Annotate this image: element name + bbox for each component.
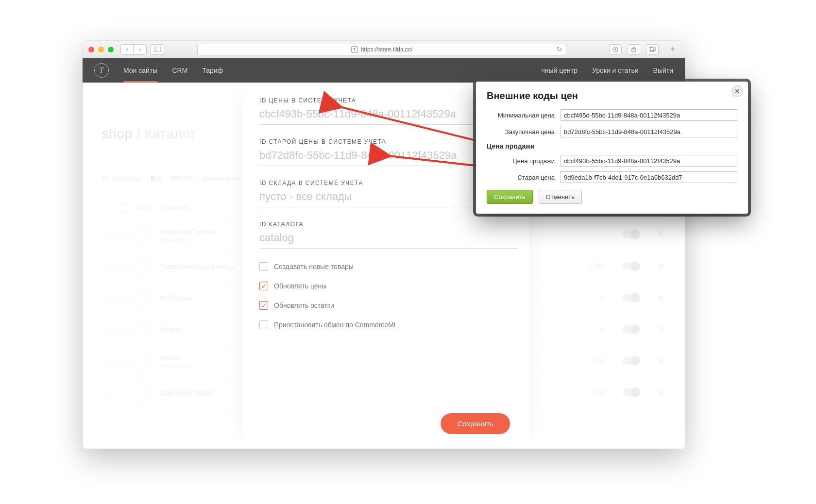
row-checkbox[interactable]	[117, 262, 124, 270]
product-price: 238	[575, 357, 604, 365]
visibility-toggle[interactable]	[623, 388, 639, 396]
nav-lessons[interactable]: Уроки и статьи	[592, 67, 639, 74]
back-button[interactable]: ‹	[121, 45, 134, 54]
url-bar[interactable]: T https://store.tilda.cc/ ↻	[197, 44, 566, 55]
cb-update-prices-row[interactable]: ✓ Обновлять цены	[259, 282, 518, 290]
drag-handle-icon[interactable]: ⋮⋮	[102, 326, 108, 333]
sale-price-header: Цена продажи	[487, 142, 535, 150]
window-controls	[88, 47, 114, 52]
row-checkbox[interactable]	[117, 357, 124, 365]
cb-create-row[interactable]: ✓ Создавать новые товары	[259, 262, 518, 271]
drag-handle-icon[interactable]: ⋮⋮	[102, 357, 108, 364]
filter-label: По разделам:	[102, 175, 142, 182]
visibility-toggle[interactable]	[623, 325, 639, 333]
min-price-input[interactable]	[561, 109, 737, 121]
sale-price-input[interactable]	[561, 155, 737, 167]
filters-row: По разделам: Все FRUITS Дочерняя гру	[102, 175, 241, 182]
visibility-toggle[interactable]	[623, 231, 639, 238]
product-price: 100	[575, 388, 604, 396]
product-price: ∞	[575, 294, 604, 302]
site-settings-icon[interactable]: T	[351, 46, 358, 53]
visibility-toggle[interactable]	[623, 294, 639, 302]
cb-pause-row[interactable]: ✓ Приостановить обмен по CommerceML	[259, 320, 518, 329]
new-tab-button[interactable]: +	[666, 43, 679, 56]
nav-my-sites[interactable]: Мои сайты	[123, 67, 157, 83]
product-price: ∞	[575, 325, 604, 333]
trash-icon[interactable]: 🗑	[658, 357, 665, 365]
product-thumb	[133, 226, 151, 243]
svg-rect-5	[650, 47, 655, 50]
close-icon[interactable]: ✕	[731, 85, 743, 97]
crumb-shop[interactable]: shop	[102, 126, 133, 141]
reload-icon[interactable]: ↻	[557, 46, 562, 53]
old-price-input[interactable]	[561, 171, 737, 183]
select-all-checkbox[interactable]	[119, 204, 127, 212]
nav-help-center[interactable]: чный центр	[542, 67, 578, 74]
maximize-window-icon[interactable]	[108, 47, 114, 52]
filter-all[interactable]: Все	[151, 175, 161, 182]
product-thumb	[133, 384, 151, 401]
popup-save-button[interactable]: Сохранить	[487, 190, 533, 204]
old-price-label: Старая цена	[487, 174, 555, 181]
svg-rect-4	[649, 48, 654, 51]
url-text: https://store.tilda.cc/	[361, 46, 413, 53]
trash-icon[interactable]: 🗑	[658, 231, 665, 238]
share-icon[interactable]	[628, 44, 640, 55]
close-window-icon[interactable]	[88, 47, 94, 52]
trash-icon[interactable]: 🗑	[658, 325, 665, 333]
popup-title: Внешние коды цен	[487, 90, 737, 101]
browser-titlebar: ‹ › T https://store.tilda.cc/ ↻	[83, 41, 685, 58]
filter-fruits[interactable]: FRUITS	[170, 175, 193, 182]
visibility-toggle[interactable]	[623, 357, 639, 365]
min-price-label: Минимальная цена	[487, 112, 555, 119]
nav-logout[interactable]: Выйти	[653, 67, 673, 74]
price-codes-popup: ✕ Внешние коды цен Минимальная цена Заку…	[476, 82, 748, 214]
app-header: T Мои сайты CRM Тариф чный центр Уроки и…	[83, 58, 685, 83]
filter-child[interactable]: Дочерняя гру	[202, 175, 240, 182]
purchase-price-label: Закупочная цена	[487, 128, 555, 135]
drag-handle-icon[interactable]: ⋮⋮	[102, 231, 108, 238]
checkbox-icon[interactable]: ✓	[259, 262, 268, 271]
checkbox-checked-icon[interactable]: ✓	[259, 301, 268, 310]
purchase-price-input[interactable]	[561, 126, 737, 137]
col-photo: Фото	[136, 204, 153, 211]
crumb-catalog: Каталог	[145, 126, 196, 141]
visibility-toggle[interactable]	[623, 262, 639, 270]
tabs-icon[interactable]	[646, 44, 659, 55]
row-checkbox[interactable]	[117, 231, 124, 238]
catalog-id-input[interactable]	[259, 231, 518, 249]
cb-update-stock-row[interactable]: ✓ Обновлять остатки	[259, 301, 518, 310]
product-price: 1200	[575, 262, 604, 270]
minimize-window-icon[interactable]	[98, 47, 104, 52]
product-thumb	[133, 289, 151, 306]
row-checkbox[interactable]	[117, 294, 124, 302]
svg-rect-0	[154, 47, 161, 52]
forward-button[interactable]: ›	[134, 45, 146, 54]
catalog-id-label: ID КАТАЛОГА	[259, 221, 518, 228]
sale-price-label: Цена продажи	[487, 157, 555, 165]
row-checkbox[interactable]	[117, 325, 124, 333]
product-thumb	[133, 320, 151, 338]
row-checkbox[interactable]	[117, 388, 124, 396]
nav-back-forward: ‹ ›	[120, 44, 147, 55]
popup-cancel-button[interactable]: Отменить	[539, 190, 582, 204]
save-button[interactable]: Сохранить	[441, 413, 510, 434]
trash-icon[interactable]: 🗑	[658, 388, 665, 396]
sidebar-toggle-icon[interactable]	[151, 44, 164, 55]
header-pattern	[83, 58, 102, 83]
drag-handle-icon[interactable]: ⋮⋮	[102, 263, 108, 269]
breadcrumb: shop / Каталог	[102, 126, 196, 142]
product-thumb	[133, 352, 151, 370]
checkbox-checked-icon[interactable]: ✓	[259, 282, 268, 290]
trash-icon[interactable]: 🗑	[658, 262, 665, 270]
product-thumb	[133, 257, 151, 275]
downloads-icon[interactable]	[609, 44, 622, 55]
checkbox-icon[interactable]: ✓	[259, 320, 268, 329]
trash-icon[interactable]: 🗑	[658, 294, 665, 302]
col-name: Название	[162, 204, 188, 211]
nav-crm[interactable]: CRM	[172, 67, 187, 74]
drag-handle-icon[interactable]: ⋮⋮	[102, 294, 108, 301]
drag-handle-icon[interactable]: ⋮⋮	[102, 389, 108, 396]
nav-tariffs[interactable]: Тариф	[202, 67, 223, 74]
